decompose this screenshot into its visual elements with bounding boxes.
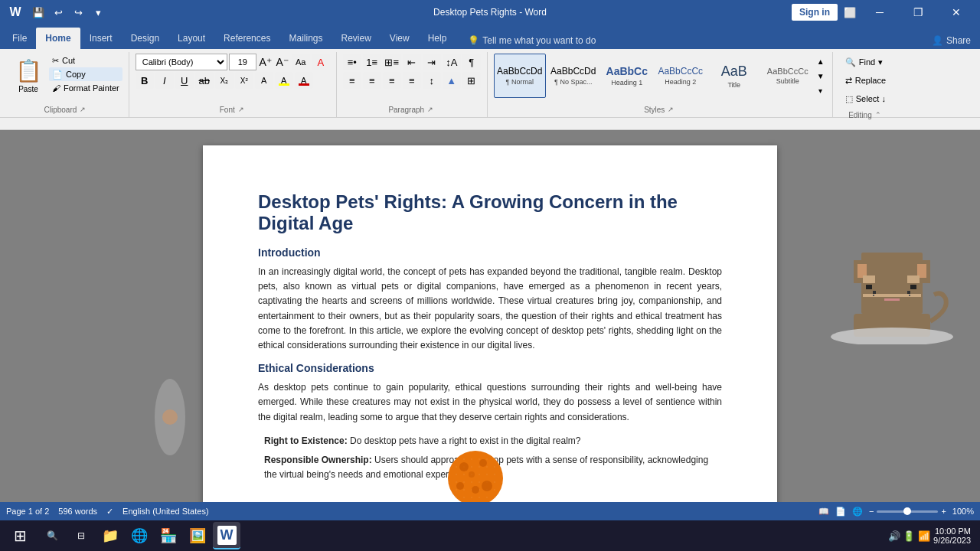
- style-subtitle[interactable]: AaBbCcCc Subtitle: [762, 54, 814, 98]
- strikethrough-button[interactable]: ab: [195, 72, 214, 89]
- undo-button[interactable]: ↩: [49, 3, 67, 21]
- align-right-button[interactable]: ≡: [383, 72, 401, 89]
- style-heading1[interactable]: AaBbCc Heading 1: [601, 54, 653, 98]
- tab-insert[interactable]: Insert: [80, 28, 122, 49]
- font-size-input[interactable]: [229, 54, 256, 70]
- styles-group: AaBbCcDd ¶ Normal AaBbCcDd ¶ No Spac... …: [488, 52, 833, 117]
- tab-references[interactable]: References: [214, 28, 279, 49]
- document-container[interactable]: Desktop Pets' Rights: A Growing Concern …: [0, 130, 980, 502]
- styles-more[interactable]: ▾: [815, 83, 826, 97]
- shading-button[interactable]: ▲: [443, 72, 461, 89]
- multilevel-list-button[interactable]: ⊞≡: [383, 54, 401, 70]
- ruler: [0, 118, 980, 130]
- taskbar-explorer[interactable]: 📁: [96, 522, 124, 549]
- taskbar-task-view[interactable]: ⊟: [67, 522, 95, 549]
- show-hide-button[interactable]: ¶: [462, 54, 481, 70]
- subscript-button[interactable]: X₂: [215, 72, 234, 89]
- clipboard-expand-button[interactable]: ↗: [78, 105, 87, 114]
- print-layout-icon[interactable]: 📄: [835, 507, 846, 517]
- find-button[interactable]: 🔍 Find ▾: [839, 54, 892, 70]
- paragraph-expand-button[interactable]: ↗: [426, 105, 435, 114]
- decrease-font-size-button[interactable]: A⁻: [275, 54, 290, 70]
- taskbar-search[interactable]: 🔍: [38, 522, 66, 549]
- tab-file[interactable]: File: [3, 28, 36, 49]
- tab-view[interactable]: View: [381, 28, 419, 49]
- sort-button[interactable]: ↕A: [443, 54, 461, 70]
- styles-scroll-down[interactable]: ▼: [815, 69, 826, 83]
- increase-indent-button[interactable]: ⇥: [423, 54, 441, 70]
- customize-quick-access[interactable]: ▾: [89, 3, 107, 21]
- sign-in-button[interactable]: Sign in: [792, 4, 838, 21]
- tab-layout[interactable]: Layout: [168, 28, 214, 49]
- style-no-space[interactable]: AaBbCcDd ¶ No Spac...: [547, 54, 599, 98]
- increase-font-size-button[interactable]: A⁺: [258, 54, 273, 70]
- italic-button[interactable]: I: [155, 72, 174, 89]
- share-button[interactable]: 👤 Share: [926, 32, 977, 49]
- tab-home[interactable]: Home: [36, 28, 80, 49]
- bullets-button[interactable]: ≡•: [343, 54, 361, 70]
- tell-me-field[interactable]: 💡 Tell me what you want to do: [462, 32, 602, 49]
- styles-expand-button[interactable]: ↗: [666, 105, 675, 114]
- tab-design[interactable]: Design: [122, 28, 168, 49]
- svg-rect-5: [863, 276, 875, 283]
- style-normal[interactable]: AaBbCcDd ¶ Normal: [494, 54, 546, 98]
- superscript-button[interactable]: X²: [235, 72, 253, 89]
- svg-rect-13: [907, 291, 910, 294]
- style-title[interactable]: AaB Title: [708, 54, 760, 98]
- proofing-icon[interactable]: ✓: [106, 507, 113, 517]
- font-expand-button[interactable]: ↗: [237, 105, 246, 114]
- align-left-button[interactable]: ≡: [343, 72, 361, 89]
- redo-button[interactable]: ↪: [69, 3, 87, 21]
- zoom-in-icon[interactable]: +: [941, 507, 946, 516]
- decrease-indent-button[interactable]: ⇤: [403, 54, 421, 70]
- cut-button[interactable]: ✂ Cut: [49, 54, 122, 67]
- zoom-out-icon[interactable]: −: [869, 507, 874, 516]
- read-mode-icon[interactable]: 📖: [818, 507, 829, 517]
- styles-scroll-up[interactable]: ▲: [815, 54, 826, 68]
- text-effects-button[interactable]: A: [255, 72, 273, 89]
- taskbar-photos[interactable]: 🖼️: [184, 522, 211, 549]
- replace-button[interactable]: ⇄ Replace: [839, 72, 892, 89]
- border-button[interactable]: ⊞: [462, 72, 481, 89]
- select-button[interactable]: ⬚ Select ↓: [839, 90, 892, 107]
- photos-icon: 🖼️: [189, 527, 206, 544]
- line-spacing-button[interactable]: ↕: [423, 72, 441, 89]
- format-painter-button[interactable]: 🖌 Format Painter: [49, 81, 122, 95]
- tab-mailings[interactable]: Mailings: [279, 28, 332, 49]
- align-center-button[interactable]: ≡: [363, 72, 381, 89]
- text-highlight-button[interactable]: A: [275, 72, 293, 89]
- minimize-button[interactable]: ─: [862, 0, 897, 24]
- tab-review[interactable]: Review: [332, 28, 380, 49]
- web-layout-icon[interactable]: 🌐: [852, 507, 863, 517]
- copy-button[interactable]: 📄 Copy: [49, 67, 122, 81]
- status-right: 📖 📄 🌐 − + 100%: [818, 507, 974, 517]
- close-button[interactable]: ✕: [939, 0, 974, 24]
- start-button[interactable]: ⊞: [3, 522, 37, 549]
- save-button[interactable]: 💾: [29, 3, 47, 21]
- zoom-slider[interactable]: − +: [869, 507, 946, 516]
- change-case-button[interactable]: Aa: [292, 54, 310, 70]
- replace-icon: ⇄: [845, 76, 852, 86]
- restore-button[interactable]: ❐: [900, 0, 936, 24]
- word-count: 596 words: [58, 507, 97, 516]
- taskbar-edge[interactable]: 🌐: [126, 522, 153, 549]
- taskbar-store[interactable]: 🏪: [155, 522, 182, 549]
- ribbon-display-options[interactable]: ⬜: [841, 3, 859, 21]
- zoom-track: [877, 510, 938, 513]
- editing-label-text: Editing: [848, 111, 872, 119]
- underline-button[interactable]: U: [175, 72, 194, 89]
- clear-formatting-button[interactable]: A: [312, 54, 330, 70]
- font-group: Calibri (Body) A⁺ A⁻ Aa A B I U ab X₂ X²…: [129, 52, 337, 117]
- font-color-button[interactable]: A: [295, 72, 313, 89]
- paste-button[interactable]: 📋 Paste: [9, 54, 47, 98]
- style-heading2[interactable]: AaBbCcCc Heading 2: [655, 54, 707, 98]
- bold-button[interactable]: B: [136, 72, 154, 89]
- editing-collapse-button[interactable]: ⌃: [874, 110, 883, 119]
- numbering-button[interactable]: 1≡: [363, 54, 381, 70]
- taskbar-word[interactable]: W: [213, 522, 240, 549]
- zoom-thumb[interactable]: [903, 507, 911, 515]
- tab-help[interactable]: Help: [419, 28, 456, 49]
- font-family-select[interactable]: Calibri (Body): [136, 54, 227, 70]
- justify-button[interactable]: ≡: [403, 72, 421, 89]
- select-icon: ⬚: [845, 94, 853, 104]
